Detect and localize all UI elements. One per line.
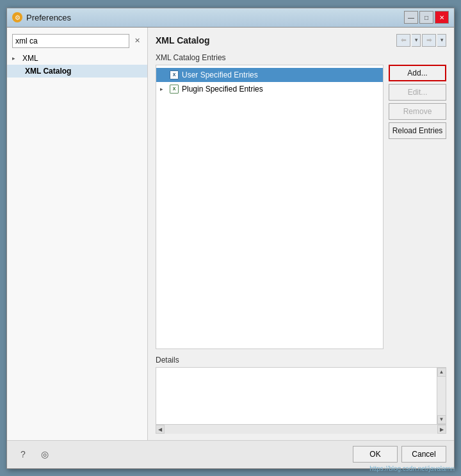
scroll-down-arrow[interactable]: ▼: [437, 415, 446, 424]
scroll-track-h: [165, 425, 437, 434]
scroll-right-arrow[interactable]: ▶: [437, 425, 446, 434]
entries-section: X User Specified Entries ▸ X Plugin Sp: [156, 65, 446, 349]
content-area: ✕ ▸ XML XML Catalog XML Catalog ⬅ ▾ ➡ ▾: [7, 28, 454, 440]
entries-tree-container[interactable]: X User Specified Entries ▸ X Plugin Sp: [156, 65, 384, 349]
panel-header: XML Catalog ⬅ ▾ ➡ ▾: [156, 34, 446, 47]
search-container: ✕: [7, 30, 147, 52]
sidebar-item-xml-catalog-label: XML Catalog: [25, 67, 71, 76]
preferences-window: ⚙ Preferences — □ ✕ ✕ ▸ XML XML Catalog: [6, 8, 455, 469]
entries-wrapper: X User Specified Entries ▸ X Plugin Sp: [156, 65, 384, 349]
back-nav-dropdown[interactable]: ▾: [412, 34, 421, 47]
cancel-button[interactable]: Cancel: [401, 446, 446, 463]
entries-section-label: XML Catalog Entries: [156, 53, 446, 62]
details-scrollbar-horizontal: ◀ ▶: [156, 425, 446, 434]
edit-button[interactable]: Edit...: [389, 84, 446, 101]
main-panel: XML Catalog ⬅ ▾ ➡ ▾ XML Catalog Entries: [148, 28, 454, 440]
scroll-up-arrow[interactable]: ▲: [437, 368, 446, 377]
entry-icon-user: X: [169, 70, 179, 80]
details-box: ▲ ▼: [156, 367, 446, 425]
entry-row-plugin-specified[interactable]: ▸ X Plugin Specified Entries: [156, 82, 383, 96]
entry-arrow-plugin: ▸: [160, 86, 166, 92]
ok-button[interactable]: OK: [353, 446, 398, 463]
sidebar-item-xml[interactable]: ▸ XML: [7, 52, 147, 65]
search-input[interactable]: [12, 34, 129, 48]
sidebar: ✕ ▸ XML XML Catalog: [7, 28, 148, 440]
help-button[interactable]: ?: [15, 446, 31, 463]
details-content: [156, 368, 437, 424]
scroll-left-arrow[interactable]: ◀: [156, 425, 165, 434]
action-buttons: Add... Edit... Remove Reload Entries: [389, 65, 446, 349]
title-bar-left: ⚙ Preferences: [12, 12, 71, 22]
tree-arrow-xml: ▸: [12, 55, 20, 62]
entries-tree: X User Specified Entries ▸ X Plugin Sp: [156, 65, 383, 99]
forward-nav-dropdown[interactable]: ▾: [437, 34, 446, 47]
title-buttons: — □ ✕: [404, 11, 449, 24]
panel-nav: ⬅ ▾ ➡ ▾: [396, 34, 446, 47]
close-button[interactable]: ✕: [435, 11, 449, 24]
minimize-button[interactable]: —: [404, 11, 418, 24]
bottom-right: OK Cancel: [353, 446, 446, 463]
entry-label-user-specified: User Specified Entries: [182, 70, 258, 79]
app-icon: ⚙: [12, 12, 22, 22]
back-nav-button[interactable]: ⬅: [396, 34, 410, 47]
maximize-button[interactable]: □: [419, 11, 433, 24]
sidebar-item-xml-label: XML: [22, 54, 38, 63]
clear-search-icon[interactable]: ✕: [132, 36, 142, 46]
entry-label-plugin-specified: Plugin Specified Entries: [182, 85, 263, 94]
panel-title-text: XML Catalog: [156, 35, 210, 45]
scroll-track-v: [437, 377, 446, 415]
xml-icon-plugin: X: [170, 85, 179, 94]
details-label: Details: [156, 356, 446, 365]
remove-button[interactable]: Remove: [389, 103, 446, 120]
sidebar-item-xml-catalog[interactable]: XML Catalog: [7, 65, 147, 78]
xml-icon-user: X: [170, 70, 179, 79]
details-section: Details ▲ ▼ ◀ ▶: [156, 356, 446, 434]
entry-row-user-specified[interactable]: X User Specified Entries: [156, 68, 383, 82]
forward-nav-button[interactable]: ➡: [422, 34, 436, 47]
bottom-left: ? ◎: [15, 446, 53, 463]
entry-icon-plugin: X: [169, 84, 179, 94]
bottom-bar: ? ◎ OK Cancel: [7, 440, 454, 468]
url-watermark: https://blog.csdn.net/javalarnn: [369, 465, 455, 472]
reload-entries-button[interactable]: Reload Entries: [389, 122, 446, 139]
window-title: Preferences: [26, 13, 71, 22]
title-bar: ⚙ Preferences — □ ✕: [7, 8, 454, 28]
add-button[interactable]: Add...: [389, 65, 446, 81]
defaults-button[interactable]: ◎: [36, 446, 53, 463]
details-scrollbar-vertical[interactable]: ▲ ▼: [437, 368, 446, 424]
